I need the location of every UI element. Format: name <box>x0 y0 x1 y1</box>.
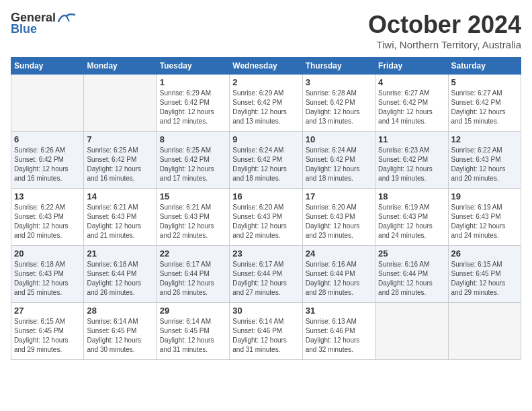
calendar-cell <box>11 75 84 132</box>
calendar-cell: 28Sunrise: 6:14 AMSunset: 6:45 PMDayligh… <box>84 303 157 360</box>
day-number: 16 <box>232 191 299 201</box>
day-info: Sunrise: 6:24 AMSunset: 6:42 PMDaylight:… <box>232 146 299 183</box>
week-row-4: 27Sunrise: 6:15 AMSunset: 6:45 PMDayligh… <box>11 303 521 360</box>
calendar-cell: 1Sunrise: 6:29 AMSunset: 6:42 PMDaylight… <box>157 75 229 132</box>
day-number: 3 <box>306 77 372 87</box>
day-info: Sunrise: 6:24 AMSunset: 6:42 PMDaylight:… <box>306 146 372 183</box>
day-info: Sunrise: 6:21 AMSunset: 6:43 PMDaylight:… <box>87 203 153 240</box>
day-info: Sunrise: 6:15 AMSunset: 6:45 PMDaylight:… <box>451 260 518 298</box>
calendar-cell: 25Sunrise: 6:16 AMSunset: 6:44 PMDayligh… <box>375 246 448 303</box>
title-section: October 2024 Tiwi, Northern Territory, A… <box>368 11 521 50</box>
week-row-3: 20Sunrise: 6:18 AMSunset: 6:43 PMDayligh… <box>11 246 521 303</box>
header-friday: Friday <box>375 58 448 75</box>
day-info: Sunrise: 6:29 AMSunset: 6:42 PMDaylight:… <box>232 89 299 126</box>
calendar-table: Sunday Monday Tuesday Wednesday Thursday… <box>11 57 521 360</box>
day-number: 11 <box>378 134 445 144</box>
day-info: Sunrise: 6:28 AMSunset: 6:42 PMDaylight:… <box>306 89 372 126</box>
logo: General Blue <box>11 11 76 36</box>
calendar-cell: 29Sunrise: 6:14 AMSunset: 6:45 PMDayligh… <box>157 303 229 360</box>
day-info: Sunrise: 6:19 AMSunset: 6:43 PMDaylight:… <box>451 203 518 240</box>
week-row-0: 1Sunrise: 6:29 AMSunset: 6:42 PMDaylight… <box>11 75 521 132</box>
day-info: Sunrise: 6:16 AMSunset: 6:44 PMDaylight:… <box>306 260 372 298</box>
day-number: 20 <box>14 248 81 259</box>
day-number: 29 <box>160 306 226 316</box>
calendar-header: Sunday Monday Tuesday Wednesday Thursday… <box>11 58 521 75</box>
day-number: 23 <box>232 248 299 259</box>
day-number: 13 <box>14 191 81 201</box>
calendar-cell: 2Sunrise: 6:29 AMSunset: 6:42 PMDaylight… <box>230 75 302 132</box>
calendar-cell: 13Sunrise: 6:22 AMSunset: 6:43 PMDayligh… <box>11 189 84 246</box>
day-number: 4 <box>378 77 445 87</box>
day-info: Sunrise: 6:15 AMSunset: 6:45 PMDaylight:… <box>14 317 81 355</box>
calendar-body: 1Sunrise: 6:29 AMSunset: 6:42 PMDaylight… <box>11 75 521 360</box>
day-info: Sunrise: 6:22 AMSunset: 6:43 PMDaylight:… <box>451 146 518 183</box>
calendar-cell: 9Sunrise: 6:24 AMSunset: 6:42 PMDaylight… <box>230 132 302 189</box>
day-number: 2 <box>232 77 299 87</box>
calendar-cell <box>448 303 521 360</box>
day-number: 21 <box>87 248 153 259</box>
calendar-cell: 27Sunrise: 6:15 AMSunset: 6:45 PMDayligh… <box>11 303 84 360</box>
calendar-cell: 20Sunrise: 6:18 AMSunset: 6:43 PMDayligh… <box>11 246 84 303</box>
day-info: Sunrise: 6:14 AMSunset: 6:45 PMDaylight:… <box>87 317 153 355</box>
day-info: Sunrise: 6:20 AMSunset: 6:43 PMDaylight:… <box>306 203 372 240</box>
day-info: Sunrise: 6:13 AMSunset: 6:46 PMDaylight:… <box>306 317 372 355</box>
calendar-cell: 16Sunrise: 6:20 AMSunset: 6:43 PMDayligh… <box>230 189 302 246</box>
header-monday: Monday <box>84 58 157 75</box>
calendar-cell: 14Sunrise: 6:21 AMSunset: 6:43 PMDayligh… <box>84 189 157 246</box>
day-number: 7 <box>87 134 153 144</box>
day-info: Sunrise: 6:27 AMSunset: 6:42 PMDaylight:… <box>451 89 518 126</box>
day-number: 8 <box>160 134 226 144</box>
day-number: 30 <box>232 306 299 316</box>
calendar-cell: 6Sunrise: 6:26 AMSunset: 6:42 PMDaylight… <box>11 132 84 189</box>
header-wednesday: Wednesday <box>230 58 302 75</box>
calendar-cell: 8Sunrise: 6:25 AMSunset: 6:42 PMDaylight… <box>157 132 229 189</box>
week-row-1: 6Sunrise: 6:26 AMSunset: 6:42 PMDaylight… <box>11 132 521 189</box>
calendar-cell: 10Sunrise: 6:24 AMSunset: 6:42 PMDayligh… <box>302 132 375 189</box>
day-number: 24 <box>306 248 372 259</box>
calendar-cell <box>84 75 157 132</box>
day-info: Sunrise: 6:22 AMSunset: 6:43 PMDaylight:… <box>14 203 81 240</box>
day-number: 9 <box>232 134 299 144</box>
calendar-cell: 12Sunrise: 6:22 AMSunset: 6:43 PMDayligh… <box>448 132 521 189</box>
calendar-cell: 30Sunrise: 6:14 AMSunset: 6:46 PMDayligh… <box>230 303 302 360</box>
day-info: Sunrise: 6:23 AMSunset: 6:42 PMDaylight:… <box>378 146 445 183</box>
logo-blue: Blue <box>11 22 37 36</box>
calendar-cell: 11Sunrise: 6:23 AMSunset: 6:42 PMDayligh… <box>375 132 448 189</box>
day-number: 15 <box>160 191 226 201</box>
header-thursday: Thursday <box>302 58 375 75</box>
calendar-cell: 4Sunrise: 6:27 AMSunset: 6:42 PMDaylight… <box>375 75 448 132</box>
day-info: Sunrise: 6:27 AMSunset: 6:42 PMDaylight:… <box>378 89 445 126</box>
week-row-2: 13Sunrise: 6:22 AMSunset: 6:43 PMDayligh… <box>11 189 521 246</box>
calendar-cell: 5Sunrise: 6:27 AMSunset: 6:42 PMDaylight… <box>448 75 521 132</box>
day-number: 31 <box>306 306 372 316</box>
day-info: Sunrise: 6:14 AMSunset: 6:46 PMDaylight:… <box>232 317 299 355</box>
calendar-cell: 19Sunrise: 6:19 AMSunset: 6:43 PMDayligh… <box>448 189 521 246</box>
day-info: Sunrise: 6:29 AMSunset: 6:42 PMDaylight:… <box>160 89 226 126</box>
day-number: 6 <box>14 134 81 144</box>
day-number: 27 <box>14 306 81 316</box>
day-number: 18 <box>378 191 445 201</box>
calendar-cell: 24Sunrise: 6:16 AMSunset: 6:44 PMDayligh… <box>302 246 375 303</box>
header-saturday: Saturday <box>448 58 521 75</box>
day-number: 22 <box>160 248 226 259</box>
calendar-cell: 7Sunrise: 6:25 AMSunset: 6:42 PMDaylight… <box>84 132 157 189</box>
day-number: 14 <box>87 191 153 201</box>
day-number: 5 <box>451 77 518 87</box>
day-number: 12 <box>451 134 518 144</box>
calendar-cell: 3Sunrise: 6:28 AMSunset: 6:42 PMDaylight… <box>302 75 375 132</box>
day-number: 1 <box>160 77 226 87</box>
day-number: 17 <box>306 191 372 201</box>
page-header: General Blue October 2024 Tiwi, Northern… <box>11 11 521 50</box>
calendar-cell: 21Sunrise: 6:18 AMSunset: 6:44 PMDayligh… <box>84 246 157 303</box>
subtitle: Tiwi, Northern Territory, Australia <box>368 39 521 50</box>
day-info: Sunrise: 6:16 AMSunset: 6:44 PMDaylight:… <box>378 260 445 298</box>
day-info: Sunrise: 6:25 AMSunset: 6:42 PMDaylight:… <box>87 146 153 183</box>
calendar-cell: 22Sunrise: 6:17 AMSunset: 6:44 PMDayligh… <box>157 246 229 303</box>
day-info: Sunrise: 6:18 AMSunset: 6:44 PMDaylight:… <box>87 260 153 298</box>
header-sunday: Sunday <box>11 58 84 75</box>
calendar-cell: 17Sunrise: 6:20 AMSunset: 6:43 PMDayligh… <box>302 189 375 246</box>
calendar-cell <box>375 303 448 360</box>
logo-bird-icon <box>57 12 76 24</box>
day-info: Sunrise: 6:25 AMSunset: 6:42 PMDaylight:… <box>160 146 226 183</box>
calendar-cell: 31Sunrise: 6:13 AMSunset: 6:46 PMDayligh… <box>302 303 375 360</box>
